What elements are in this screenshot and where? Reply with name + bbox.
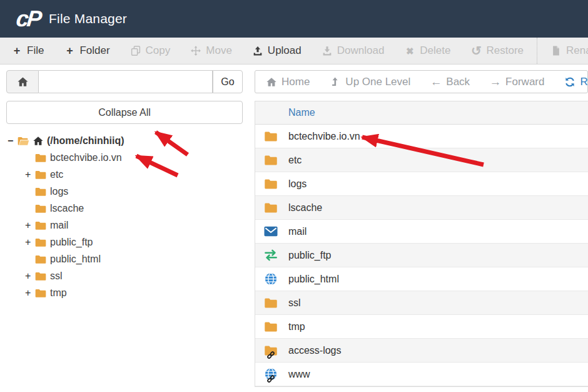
nav-button-label: Reload bbox=[580, 76, 588, 88]
file-icon-wrap bbox=[263, 201, 278, 214]
folder-icon bbox=[34, 220, 47, 231]
file-row-www[interactable]: www bbox=[255, 363, 588, 386]
tree-item-label: ssl bbox=[50, 271, 63, 282]
content-panel: HomeUp One Level←Back→ForwardReload Name… bbox=[255, 70, 588, 392]
toolbar-button-label: Delete bbox=[420, 44, 450, 57]
expand-toggle[interactable]: + bbox=[25, 220, 34, 231]
file-row-tmp[interactable]: tmp bbox=[255, 315, 588, 339]
nav-button-back[interactable]: ←Back bbox=[430, 76, 470, 88]
content-navbar: HomeUp One Level←Back→ForwardReload bbox=[255, 70, 588, 93]
file-name-label: logs bbox=[288, 178, 307, 190]
nav-button-label: Up One Level bbox=[345, 76, 410, 88]
arrow-left-icon: ← bbox=[430, 76, 442, 88]
file-name-label: mail bbox=[288, 226, 307, 237]
file-name-label: tmp bbox=[288, 321, 305, 333]
collapse-toggle[interactable]: − bbox=[8, 135, 17, 147]
file-table: Name bctechvibe.io.vnetclogslscachemailp… bbox=[255, 101, 588, 387]
file-row-ssl[interactable]: ssl bbox=[255, 291, 588, 315]
upload-icon bbox=[252, 45, 263, 56]
file-name-label: public_ftp bbox=[288, 250, 332, 261]
delete-icon: ✖ bbox=[404, 45, 415, 56]
folder-icon bbox=[263, 320, 278, 333]
file-row-access-logs[interactable]: access-logs bbox=[255, 339, 588, 363]
nav-button-reload[interactable]: Reload bbox=[564, 76, 588, 88]
go-button[interactable]: Go bbox=[213, 70, 243, 93]
home-icon bbox=[266, 76, 277, 88]
folder-icon bbox=[263, 177, 278, 190]
tree-item-ssl[interactable]: +ssl bbox=[25, 267, 243, 284]
folder-icon bbox=[263, 153, 278, 167]
toolbar-button-folder[interactable]: +Folder bbox=[54, 38, 119, 64]
move-icon bbox=[190, 45, 201, 56]
nav-button-label: Home bbox=[281, 76, 310, 88]
folder-icon bbox=[34, 271, 47, 282]
restore-icon: ↺ bbox=[470, 45, 482, 56]
file-icon-wrap bbox=[263, 225, 278, 238]
folder-icon bbox=[263, 201, 278, 214]
file-icon-wrap bbox=[263, 249, 278, 262]
tree-item-tmp[interactable]: +tmp bbox=[25, 284, 243, 301]
file-name-label: etc bbox=[288, 155, 302, 166]
file-row-logs[interactable]: logs bbox=[255, 172, 588, 196]
toolbar-button-label: Copy bbox=[146, 44, 171, 57]
tree-item-logs[interactable]: logs bbox=[25, 183, 243, 200]
file-row-mail[interactable]: mail bbox=[255, 220, 588, 244]
folder-icon bbox=[263, 130, 278, 143]
file-name-label: bctechvibe.io.vn bbox=[288, 131, 360, 142]
expand-toggle[interactable]: + bbox=[25, 169, 34, 180]
file-row-public-ftp[interactable]: public_ftp bbox=[255, 244, 588, 267]
path-search-input[interactable] bbox=[39, 70, 213, 93]
file-rows-container: bctechvibe.io.vnetclogslscachemailpublic… bbox=[255, 125, 588, 386]
toolbar-button-label: File bbox=[27, 44, 44, 57]
folder-icon bbox=[34, 152, 47, 163]
expand-toggle[interactable]: + bbox=[25, 237, 34, 248]
tree-item-bctechvibe-io-vn[interactable]: bctechvibe.io.vn bbox=[25, 149, 243, 166]
tree-item-etc[interactable]: +etc bbox=[25, 166, 243, 183]
expand-toggle[interactable]: + bbox=[25, 271, 34, 282]
toolbar-button-label: Move bbox=[206, 44, 232, 57]
tree-item-lscache[interactable]: lscache bbox=[25, 200, 243, 217]
file-row-bctechvibe-io-vn[interactable]: bctechvibe.io.vn bbox=[255, 125, 588, 148]
nav-button-label: Back bbox=[446, 76, 470, 88]
file-name-label: public_html bbox=[288, 274, 339, 285]
chain-icon bbox=[266, 374, 275, 383]
tree-item-mail[interactable]: +mail bbox=[25, 217, 243, 234]
folder-icon bbox=[34, 169, 47, 180]
toolbar-button-upload[interactable]: Upload bbox=[242, 38, 312, 64]
copy-icon bbox=[130, 45, 141, 56]
nav-button-up-one-level[interactable]: Up One Level bbox=[330, 76, 410, 88]
toolbar-button-file[interactable]: +File bbox=[1, 38, 54, 64]
home-icon bbox=[17, 76, 29, 88]
tree-item-public-ftp[interactable]: +public_ftp bbox=[25, 234, 243, 250]
home-path-button[interactable] bbox=[6, 70, 39, 93]
toolbar-button-label: Folder bbox=[79, 44, 109, 57]
toolbar-button-move: Move bbox=[180, 38, 242, 64]
plus-icon: + bbox=[11, 45, 23, 56]
expand-toggle[interactable]: + bbox=[25, 287, 34, 299]
download-icon bbox=[322, 45, 333, 56]
tree-item-label: public_html bbox=[50, 254, 101, 265]
nav-button-forward[interactable]: →Forward bbox=[490, 76, 544, 88]
tree-item-label: tmp bbox=[50, 287, 67, 299]
file-row-etc[interactable]: etc bbox=[255, 148, 588, 172]
nav-button-label: Forward bbox=[505, 76, 544, 88]
nav-button-home[interactable]: Home bbox=[266, 76, 310, 88]
mail-icon bbox=[263, 225, 278, 238]
page-title: File Manager bbox=[49, 11, 127, 26]
toolbar-button-copy: Copy bbox=[120, 38, 181, 64]
file-icon-wrap bbox=[263, 344, 278, 357]
file-icon-wrap bbox=[263, 272, 278, 286]
collapse-all-button[interactable]: Collapse All bbox=[6, 101, 243, 124]
tree-item-label: etc bbox=[50, 169, 63, 180]
toolbar-button-rename: Rename bbox=[540, 38, 588, 64]
toolbar-button-label: Rename bbox=[566, 44, 588, 57]
toolbar-button-restore: ↺Restore bbox=[460, 38, 534, 64]
file-row-lscache[interactable]: lscache bbox=[255, 196, 588, 220]
arrow-right-icon: → bbox=[490, 76, 501, 88]
file-row-public-html[interactable]: public_html bbox=[255, 267, 588, 291]
tree-item-public-html[interactable]: public_html bbox=[25, 250, 243, 267]
column-header-name[interactable]: Name bbox=[288, 107, 315, 118]
file-icon-wrap bbox=[263, 130, 278, 143]
tree-item-home-chinhiiq[interactable]: −(/home/chinhiiq) bbox=[8, 132, 243, 149]
file-name-label: lscache bbox=[288, 202, 322, 214]
